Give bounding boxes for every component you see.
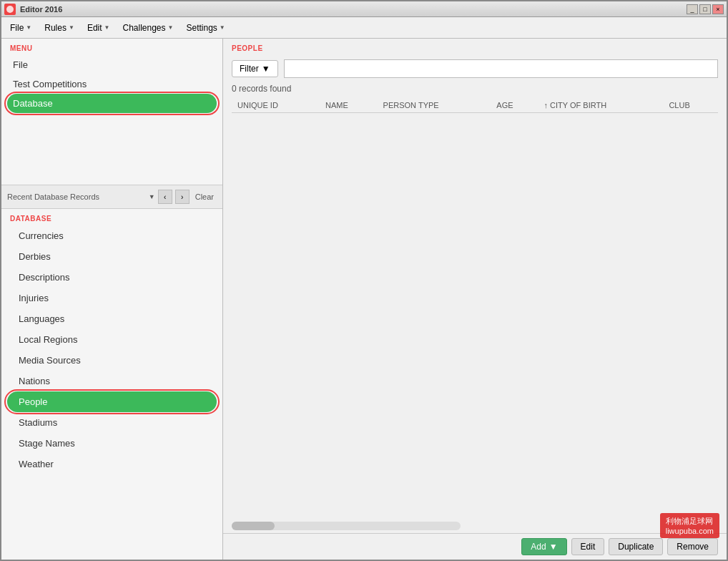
action-bar: Add ▼ Edit Duplicate Remove (223, 533, 727, 560)
filter-label: Filter (240, 64, 259, 74)
titlebar: Editor 2016 _ □ × (1, 1, 727, 17)
add-chevron-icon: ▼ (549, 542, 558, 552)
filter-button[interactable]: Filter ▼ (232, 60, 278, 77)
recent-prev-button[interactable]: ‹ (158, 190, 172, 204)
col-age[interactable]: AGE (491, 98, 538, 113)
file-chevron: ▼ (26, 24, 31, 31)
db-item-stadiums[interactable]: Stadiums (7, 412, 217, 433)
db-item-descriptions[interactable]: Descriptions (7, 267, 217, 288)
app-window: Editor 2016 _ □ × File ▼ Rules ▼ Edit ▼ … (0, 0, 728, 561)
sidebar-database-wrapper: Database (7, 94, 217, 113)
content-section-label: PEOPLE (223, 39, 727, 55)
col-club[interactable]: CLUB (663, 98, 718, 113)
db-item-media-sources[interactable]: Media Sources (7, 350, 217, 371)
sidebar-item-test-competitions[interactable]: Test Competitions (7, 74, 217, 94)
watermark-line2: liwupuba.com (666, 527, 714, 535)
col-name[interactable]: NAME (320, 98, 378, 113)
col-city-of-birth[interactable]: ↑ CITY OF BIRTH (538, 98, 664, 113)
recent-clear-button[interactable]: Clear (192, 191, 217, 203)
watermark-line1: 利物浦足球网 (666, 516, 714, 527)
edit-chevron: ▼ (104, 24, 110, 31)
table-header: UNIQUE ID NAME PERSON TYPE AGE ↑ CITY OF… (232, 98, 718, 113)
horizontal-scrollbar[interactable] (232, 522, 461, 530)
settings-chevron: ▼ (220, 24, 225, 31)
database-section-label: DATABASE (1, 209, 222, 225)
recent-records-label: Recent Database Records (7, 192, 146, 201)
titlebar-left: Editor 2016 (4, 4, 62, 15)
recent-next-button[interactable]: › (175, 190, 190, 204)
menu-file[interactable]: File ▼ (4, 21, 37, 35)
db-people-wrapper: People (7, 391, 217, 412)
recent-chevron-icon[interactable]: ▼ (149, 193, 155, 200)
window-title: Editor 2016 (20, 5, 62, 14)
menubar: File ▼ Rules ▼ Edit ▼ Challenges ▼ Setti… (1, 17, 727, 39)
sidebar-item-database[interactable]: Database (7, 94, 217, 113)
scrollbar-container (223, 519, 727, 533)
challenges-chevron: ▼ (168, 24, 174, 31)
close-button[interactable]: × (712, 4, 724, 14)
db-item-stage-names[interactable]: Stage Names (7, 433, 217, 454)
col-unique-id[interactable]: UNIQUE ID (232, 98, 320, 113)
col-person-type[interactable]: PERSON TYPE (378, 98, 491, 113)
scrollbar-thumb[interactable] (232, 522, 275, 530)
db-item-weather[interactable]: Weather (7, 454, 217, 474)
db-item-derbies[interactable]: Derbies (7, 246, 217, 267)
db-item-injuries[interactable]: Injuries (7, 288, 217, 308)
menu-challenges[interactable]: Challenges ▼ (117, 21, 179, 35)
recent-records-bar: Recent Database Records ▼ ‹ › Clear (1, 185, 222, 209)
app-icon (4, 4, 16, 15)
content-area: PEOPLE Filter ▼ 0 records found UNIQUE I… (223, 39, 727, 560)
remove-button[interactable]: Remove (667, 538, 718, 555)
sidebar-item-file[interactable]: File (7, 55, 217, 74)
db-item-nations[interactable]: Nations (7, 371, 217, 391)
menu-section-label: MENU (1, 39, 222, 55)
filter-bar: Filter ▼ (223, 55, 727, 82)
rules-chevron: ▼ (69, 24, 74, 31)
data-table-container: UNIQUE ID NAME PERSON TYPE AGE ↑ CITY OF… (223, 98, 727, 519)
filter-chevron-icon: ▼ (262, 64, 270, 74)
filter-input[interactable] (284, 59, 718, 78)
main-area: MENU File Test Competitions Database Rec… (1, 39, 727, 560)
svg-point-0 (6, 6, 14, 13)
db-item-languages[interactable]: Languages (7, 308, 217, 329)
data-table: UNIQUE ID NAME PERSON TYPE AGE ↑ CITY OF… (232, 98, 718, 113)
sidebar-menu: File Test Competitions Database (1, 55, 222, 113)
records-count: 0 records found (223, 82, 727, 98)
watermark: 利物浦足球网 liwupuba.com (660, 513, 719, 538)
duplicate-button[interactable]: Duplicate (609, 538, 663, 555)
titlebar-controls: _ □ × (687, 4, 724, 14)
menu-edit[interactable]: Edit ▼ (82, 21, 116, 35)
menu-rules[interactable]: Rules ▼ (39, 21, 80, 35)
add-button[interactable]: Add ▼ (521, 538, 566, 555)
sidebar: MENU File Test Competitions Database Rec… (1, 39, 223, 560)
db-item-people[interactable]: People (7, 391, 217, 412)
db-item-local-regions[interactable]: Local Regions (7, 329, 217, 350)
database-list: Currencies Derbies Descriptions Injuries… (1, 225, 222, 560)
maximize-button[interactable]: □ (699, 4, 711, 14)
edit-button[interactable]: Edit (571, 538, 605, 555)
minimize-button[interactable]: _ (687, 4, 698, 14)
menu-settings[interactable]: Settings ▼ (180, 21, 230, 35)
db-item-currencies[interactable]: Currencies (7, 225, 217, 246)
